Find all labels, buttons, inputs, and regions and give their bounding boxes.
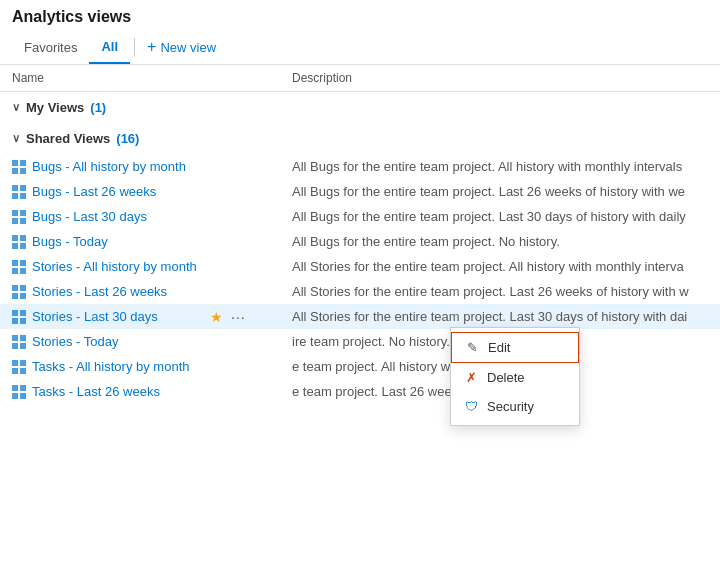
- grid-icon: [12, 210, 26, 224]
- svg-rect-13: [20, 235, 26, 241]
- section-label: Shared Views: [26, 131, 110, 146]
- row-description: All Stories for the entire team project.…: [292, 309, 708, 324]
- new-view-label: New view: [160, 40, 216, 55]
- row-name-text: Stories - All history by month: [32, 259, 197, 274]
- chevron-down-icon: ∨: [12, 101, 20, 114]
- svg-rect-18: [12, 268, 18, 274]
- section-count: (1): [90, 100, 106, 115]
- svg-rect-39: [20, 393, 26, 399]
- svg-rect-19: [20, 268, 26, 274]
- svg-rect-14: [12, 243, 18, 249]
- row-name-text: Tasks - All history by month: [32, 359, 190, 374]
- svg-rect-15: [20, 243, 26, 249]
- tab-divider: [134, 38, 135, 56]
- list-item: Stories - Last 26 weeks All Stories for …: [0, 279, 720, 304]
- grid-icon: [12, 235, 26, 249]
- tab-all[interactable]: All: [89, 31, 130, 64]
- star-icon[interactable]: ★: [210, 309, 223, 325]
- svg-rect-27: [20, 318, 26, 324]
- tab-bar: Favorites All + New view: [0, 30, 720, 65]
- shield-icon: 🛡: [463, 399, 479, 414]
- grid-icon: [12, 160, 26, 174]
- menu-item-edit[interactable]: ✎ Edit: [451, 332, 579, 363]
- more-button[interactable]: ···: [227, 307, 250, 327]
- row-name-text: Stories - Today: [32, 334, 118, 349]
- row-description: All Stories for the entire team project.…: [292, 284, 708, 299]
- svg-rect-0: [12, 160, 18, 166]
- row-description: All Stories for the entire team project.…: [292, 259, 708, 274]
- svg-rect-20: [12, 285, 18, 291]
- row-description: All Bugs for the entire team project. La…: [292, 209, 708, 224]
- list-item: Bugs - Last 26 weeks All Bugs for the en…: [0, 179, 720, 204]
- page-title: Analytics views: [0, 0, 720, 30]
- list-item: Stories - All history by month All Stori…: [0, 254, 720, 279]
- row-actions: ★ ··· ✎ Edit ✗ Delete 🛡 Secur: [210, 307, 250, 327]
- svg-rect-7: [20, 193, 26, 199]
- list-item: Tasks - All history by month e team proj…: [0, 354, 720, 379]
- svg-rect-8: [12, 210, 18, 216]
- svg-rect-5: [20, 185, 26, 191]
- row-name[interactable]: Bugs - All history by month: [12, 159, 292, 174]
- row-name[interactable]: Bugs - Last 30 days: [12, 209, 292, 224]
- section-count: (16): [116, 131, 139, 146]
- row-name[interactable]: Bugs - Last 26 weeks: [12, 184, 292, 199]
- svg-rect-24: [12, 310, 18, 316]
- row-name[interactable]: Stories - Last 26 weeks: [12, 284, 292, 299]
- svg-rect-37: [20, 385, 26, 391]
- svg-rect-12: [12, 235, 18, 241]
- row-name-text: Tasks - Last 26 weeks: [32, 384, 160, 399]
- svg-rect-32: [12, 360, 18, 366]
- row-name[interactable]: Stories - All history by month: [12, 259, 292, 274]
- menu-item-delete[interactable]: ✗ Delete: [451, 363, 579, 392]
- pencil-icon: ✎: [464, 340, 480, 355]
- menu-item-security[interactable]: 🛡 Security: [451, 392, 579, 421]
- grid-icon: [12, 260, 26, 274]
- new-view-button[interactable]: + New view: [139, 30, 224, 64]
- list-item: Bugs - All history by month All Bugs for…: [0, 154, 720, 179]
- row-name[interactable]: Stories - Today: [12, 334, 292, 349]
- svg-rect-30: [12, 343, 18, 349]
- svg-rect-1: [20, 160, 26, 166]
- svg-rect-33: [20, 360, 26, 366]
- list-item: Stories - Today ire team project. No his…: [0, 329, 720, 354]
- svg-rect-6: [12, 193, 18, 199]
- sections-container: ∨ My Views (1) ∨ Shared Views (16) Bugs …: [0, 92, 720, 404]
- svg-rect-28: [12, 335, 18, 341]
- section-header-my-views[interactable]: ∨ My Views (1): [0, 92, 720, 123]
- svg-rect-29: [20, 335, 26, 341]
- svg-rect-17: [20, 260, 26, 266]
- row-name[interactable]: Tasks - Last 26 weeks: [12, 384, 292, 399]
- section-header-shared-views[interactable]: ∨ Shared Views (16): [0, 123, 720, 154]
- svg-rect-2: [12, 168, 18, 174]
- svg-rect-22: [12, 293, 18, 299]
- svg-rect-26: [12, 318, 18, 324]
- svg-rect-10: [12, 218, 18, 224]
- row-name[interactable]: Stories - Last 30 days: [12, 309, 292, 324]
- menu-security-label: Security: [487, 399, 534, 414]
- grid-icon: [12, 360, 26, 374]
- row-name-text: Stories - Last 30 days: [32, 309, 158, 324]
- row-description: All Bugs for the entire team project. La…: [292, 184, 708, 199]
- svg-rect-34: [12, 368, 18, 374]
- svg-rect-11: [20, 218, 26, 224]
- grid-icon: [12, 385, 26, 399]
- svg-rect-16: [12, 260, 18, 266]
- row-description: All Bugs for the entire team project. Al…: [292, 159, 708, 174]
- row-name[interactable]: Tasks - All history by month: [12, 359, 292, 374]
- grid-icon: [12, 285, 26, 299]
- svg-rect-36: [12, 385, 18, 391]
- svg-rect-23: [20, 293, 26, 299]
- grid-icon: [12, 335, 26, 349]
- row-name[interactable]: Bugs - Today: [12, 234, 292, 249]
- column-description: Description: [292, 71, 708, 85]
- row-description: All Bugs for the entire team project. No…: [292, 234, 708, 249]
- menu-edit-label: Edit: [488, 340, 510, 355]
- list-item: Stories - Last 30 days All Stories for t…: [0, 304, 720, 329]
- grid-icon: [12, 310, 26, 324]
- grid-icon: [12, 185, 26, 199]
- row-name-text: Bugs - Last 26 weeks: [32, 184, 156, 199]
- row-name-text: Bugs - All history by month: [32, 159, 186, 174]
- svg-rect-21: [20, 285, 26, 291]
- svg-rect-3: [20, 168, 26, 174]
- tab-favorites[interactable]: Favorites: [12, 32, 89, 63]
